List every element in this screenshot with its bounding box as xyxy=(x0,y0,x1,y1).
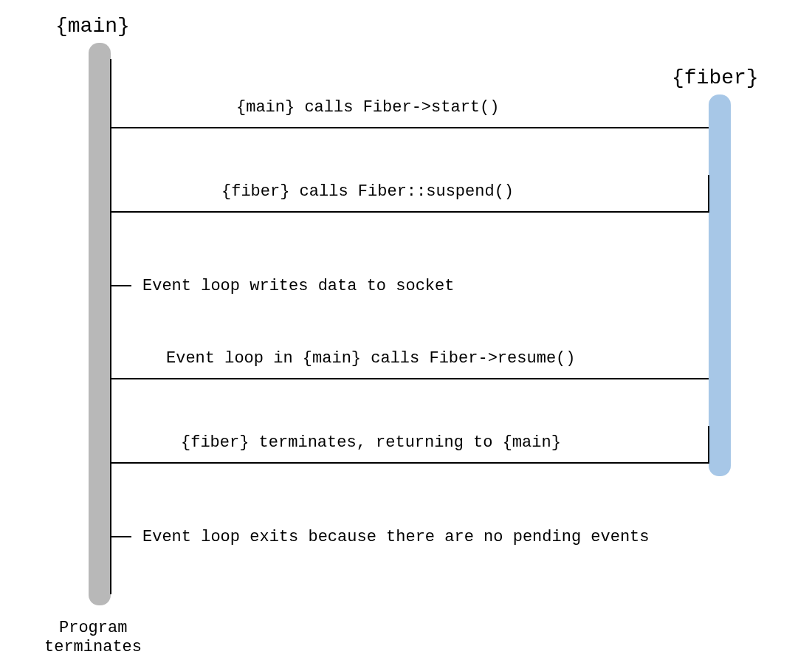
event-label-resume: Event loop in {main} calls Fiber->resume… xyxy=(166,349,576,368)
terminate-label-line1: Program xyxy=(59,619,127,637)
lifeline-main-bar xyxy=(89,43,111,605)
lifeline-fiber-label: {fiber} xyxy=(672,66,759,89)
event-label-exit-loop: Event loop exits because there are no pe… xyxy=(142,528,650,546)
terminate-label-line2: terminates xyxy=(44,638,142,656)
event-label-terminate-fiber: {fiber} terminates, returning to {main} xyxy=(181,433,561,452)
event-label-start: {main} calls Fiber->start() xyxy=(236,98,499,117)
lifeline-main-label: {main} xyxy=(55,15,130,38)
event-label-write-socket: Event loop writes data to socket xyxy=(142,277,454,295)
lifeline-fiber-bar xyxy=(709,94,731,476)
sequence-diagram: {main} {fiber} {main} calls Fiber->start… xyxy=(0,0,812,660)
event-label-suspend: {fiber} calls Fiber::suspend() xyxy=(221,182,514,201)
